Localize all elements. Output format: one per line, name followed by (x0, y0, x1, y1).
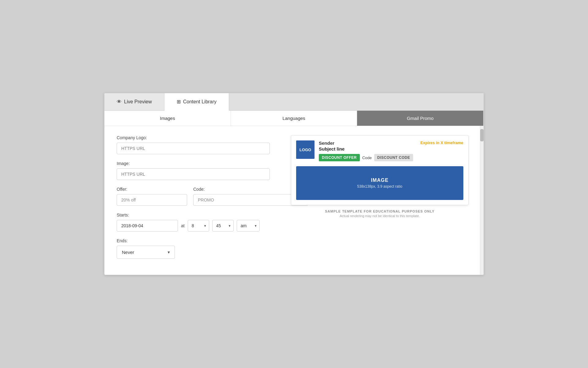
ampm-select-wrapper: am pm ▼ (237, 220, 260, 232)
promo-header: LOGO Sender Subject line DISCOUNT OFFER … (296, 140, 413, 161)
offer-code-row: Offer: Code: (117, 187, 276, 206)
promo-image-block: IMAGE 538x138px, 3.9 aspect ratio (296, 166, 463, 200)
tab-live-preview-label: Live Preview (124, 99, 152, 105)
subtab-gmail-promo[interactable]: Gmail Promo (357, 111, 484, 126)
content-area: Company Logo: Image: Offer: Code: (104, 126, 484, 275)
gmail-promo-card: LOGO Sender Subject line DISCOUNT OFFER … (291, 135, 469, 205)
ends-group: Ends: Never Custom date ▼ (117, 238, 276, 259)
promo-sender: Sender (319, 140, 413, 146)
eye-icon: 👁 (117, 99, 122, 105)
subtab-bar: Images Languages Gmail Promo (104, 111, 484, 126)
image-input[interactable] (117, 168, 270, 180)
tab-bar: 👁 Live Preview ⊞ Content Library (104, 93, 484, 111)
hour-select-wrapper: 8 9 10 ▼ (188, 220, 209, 232)
promo-image-desc: 538x138px, 3.9 aspect ratio (357, 184, 402, 189)
starts-label: Starts: (117, 213, 276, 217)
company-logo-label: Company Logo: (117, 135, 276, 140)
expires-prefix: Expires in (420, 140, 441, 145)
sample-notice: SAMPLE TEMPLATE FOR EDUCATIONAL PURPOSES… (325, 209, 435, 218)
promo-subject: Subject line (319, 146, 413, 151)
minute-select[interactable]: 45 00 15 30 (212, 220, 234, 232)
promo-top-row: LOGO Sender Subject line DISCOUNT OFFER … (296, 140, 463, 165)
promo-image-title: IMAGE (371, 178, 388, 183)
expires-var: X timeframe (441, 140, 463, 145)
logo-box: LOGO (296, 140, 315, 159)
offer-badge: DISCOUNT OFFER (319, 154, 360, 161)
preview-section: LOGO Sender Subject line DISCOUNT OFFER … (288, 135, 471, 266)
subtab-images[interactable]: Images (104, 111, 231, 126)
subtab-languages-label: Languages (282, 116, 305, 121)
discount-code-badge: DISCOUNT CODE (374, 154, 413, 161)
form-section: Company Logo: Image: Offer: Code: (117, 135, 276, 266)
company-logo-input[interactable] (117, 143, 270, 154)
main-container: 👁 Live Preview ⊞ Content Library Images … (104, 93, 484, 275)
subtab-images-label: Images (160, 116, 175, 121)
promo-badges: DISCOUNT OFFER Code DISCOUNT CODE (319, 154, 413, 161)
scrollbar-thumb (480, 129, 484, 141)
code-badge-label: Code (362, 155, 372, 160)
image-group: Image: (117, 161, 276, 180)
company-logo-group: Company Logo: (117, 135, 276, 154)
ends-select-wrapper: Never Custom date ▼ (117, 246, 175, 259)
grid-icon: ⊞ (177, 99, 181, 105)
offer-group: Offer: (117, 187, 187, 206)
expires-text: Expires in X timeframe (420, 140, 463, 145)
image-label: Image: (117, 161, 276, 166)
offer-label: Offer: (117, 187, 187, 192)
ends-label: Ends: (117, 238, 276, 243)
sample-notice-title: SAMPLE TEMPLATE FOR EDUCATIONAL PURPOSES… (325, 209, 435, 213)
offer-input[interactable] (117, 194, 187, 206)
subtab-languages[interactable]: Languages (231, 111, 357, 126)
starts-group: Starts: at 8 9 10 ▼ 45 (117, 213, 276, 232)
tab-content-library-label: Content Library (183, 99, 217, 105)
ends-select[interactable]: Never Custom date (117, 246, 175, 259)
hour-select[interactable]: 8 9 10 (188, 220, 209, 232)
promo-header-right: Expires in X timeframe (420, 140, 463, 145)
scrollbar[interactable] (480, 126, 484, 275)
at-label: at (181, 223, 185, 228)
promo-info: Sender Subject line DISCOUNT OFFER Code … (319, 140, 413, 161)
tab-content-library[interactable]: ⊞ Content Library (164, 93, 229, 111)
subtab-gmail-promo-label: Gmail Promo (407, 116, 434, 121)
datetime-row: at 8 9 10 ▼ 45 00 15 (117, 220, 276, 232)
sample-notice-sub: Actual rendering may not be identical to… (325, 214, 435, 218)
starts-date-input[interactable] (117, 220, 178, 232)
minute-select-wrapper: 45 00 15 30 ▼ (212, 220, 234, 232)
ampm-select[interactable]: am pm (237, 220, 260, 232)
tab-live-preview[interactable]: 👁 Live Preview (104, 93, 164, 110)
